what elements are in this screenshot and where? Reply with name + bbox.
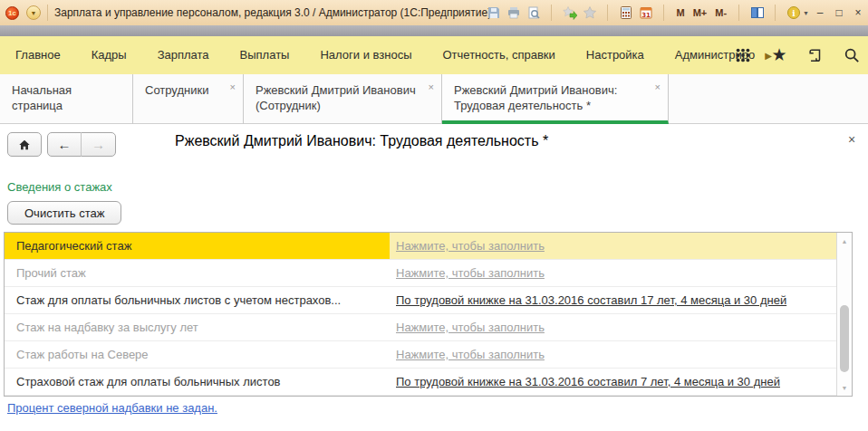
home-icon bbox=[18, 139, 31, 151]
close-tab-icon[interactable]: × bbox=[230, 80, 236, 95]
tab-label: Сотрудники bbox=[145, 83, 208, 97]
close-tab-icon[interactable]: × bbox=[655, 80, 661, 95]
add-favorite-icon[interactable] bbox=[561, 5, 578, 22]
history-nav-group: ← → bbox=[47, 132, 116, 157]
separator bbox=[663, 5, 664, 21]
all-functions-grid-icon[interactable] bbox=[734, 46, 752, 64]
experience-info-link[interactable]: Сведения о стажах bbox=[7, 180, 112, 194]
menu-tools: ★ bbox=[734, 36, 861, 74]
window-title: Зарплата и управление персоналом, редакц… bbox=[54, 6, 491, 19]
menu-item-payments[interactable]: Выплаты bbox=[225, 36, 305, 74]
svg-text:i: i bbox=[792, 9, 796, 18]
minimize-button[interactable]: – bbox=[812, 5, 828, 21]
vertical-scrollbar[interactable]: ▲ ▼ bbox=[836, 233, 852, 396]
fill-link[interactable]: Нажмите, чтобы заполнить bbox=[396, 321, 545, 334]
table-row[interactable]: Стаж на надбавку за выслугу лет Нажмите,… bbox=[5, 314, 836, 341]
close-form-icon[interactable]: × bbox=[848, 132, 855, 147]
menu-item-taxes[interactable]: Налоги и взносы bbox=[304, 36, 427, 74]
menu-item-personnel[interactable]: Кадры bbox=[76, 36, 142, 74]
table-row[interactable]: Страховой стаж для оплаты больничных лис… bbox=[5, 369, 836, 396]
tab-employee-card[interactable]: Ржевский Дмитрий Иванович (Сотрудник) × bbox=[244, 74, 442, 124]
tab-label: Начальная страница bbox=[12, 83, 72, 112]
calculator-icon[interactable] bbox=[617, 5, 634, 22]
calendar-icon[interactable]: 31 bbox=[637, 5, 654, 22]
split-window-icon[interactable] bbox=[748, 5, 766, 22]
experience-type-label: Страховой стаж для оплаты больничных лис… bbox=[5, 369, 390, 395]
separator bbox=[738, 5, 739, 21]
menu-item-reports[interactable]: Отчетность, справки bbox=[428, 36, 571, 74]
experience-value-link[interactable]: По трудовой книжке на 31.03.2016 состави… bbox=[396, 293, 786, 307]
chevron-down-icon[interactable]: ▼ bbox=[803, 10, 809, 16]
print-icon[interactable] bbox=[505, 5, 522, 22]
page-title: Ржевский Дмитрий Иванович: Трудовая деят… bbox=[175, 133, 548, 149]
table-row[interactable]: Стаж для оплаты больничных листов с учет… bbox=[5, 287, 836, 314]
home-button[interactable] bbox=[7, 132, 42, 157]
back-button[interactable]: ← bbox=[48, 132, 82, 157]
experience-type-label: Прочий стаж bbox=[5, 260, 390, 286]
separator bbox=[775, 5, 776, 21]
favorites-star-icon[interactable]: ★ bbox=[770, 46, 788, 64]
tab-label: Ржевский Дмитрий Иванович: Трудовая деят… bbox=[454, 83, 617, 112]
separator bbox=[607, 5, 608, 21]
close-window-button[interactable]: × bbox=[850, 5, 866, 21]
scrollbar-thumb[interactable] bbox=[840, 305, 849, 372]
experience-type-label: Педагогический стаж bbox=[5, 233, 390, 259]
tab-label: Ржевский Дмитрий Иванович (Сотрудник) bbox=[256, 83, 416, 112]
close-tab-icon[interactable]: × bbox=[429, 80, 434, 95]
open-windows-tabs: Начальная страница Сотрудники × Ржевский… bbox=[0, 74, 868, 124]
table-row[interactable]: Прочий стаж Нажмите, чтобы заполнить bbox=[5, 260, 836, 287]
table-row[interactable]: Стаж работы на Севере Нажмите, чтобы зап… bbox=[5, 341, 836, 369]
1c-logo-icon: 1с bbox=[5, 6, 19, 20]
experience-table: Педагогический стаж Нажмите, чтобы запол… bbox=[4, 232, 853, 397]
memory-plus-button[interactable]: M+ bbox=[690, 7, 710, 18]
menu-item-salary[interactable]: Зарплата bbox=[142, 36, 225, 74]
experience-type-label: Стаж работы на Севере bbox=[5, 341, 390, 368]
experience-rows: Педагогический стаж Нажмите, чтобы запол… bbox=[5, 233, 836, 396]
tab-employees[interactable]: Сотрудники × bbox=[133, 74, 244, 124]
scroll-up-icon[interactable]: ▲ bbox=[837, 235, 852, 247]
maximize-button[interactable]: □ bbox=[831, 5, 847, 21]
favorites-icon[interactable] bbox=[581, 5, 598, 22]
scroll-down-icon[interactable]: ▼ bbox=[837, 381, 852, 394]
separator bbox=[551, 5, 552, 21]
title-bar: 1с ▼ Зарплата и управление персоналом, р… bbox=[0, 0, 868, 25]
forward-button[interactable]: → bbox=[82, 132, 115, 157]
sections-menu: Главное Кадры Зарплата Выплаты Налоги и … bbox=[0, 36, 868, 74]
northern-allowance-link[interactable]: Процент северной надбавки не задан. bbox=[7, 401, 217, 415]
tab-labor-activity[interactable]: Ржевский Дмитрий Иванович: Трудовая деят… bbox=[442, 74, 669, 124]
titlebar-toolbar: 31 M M+ M- i ▼ – □ × bbox=[485, 0, 866, 25]
fill-link[interactable]: Нажмите, чтобы заполнить bbox=[396, 239, 545, 253]
experience-value-link[interactable]: По трудовой книжке на 31.03.2016 состави… bbox=[396, 375, 780, 388]
experience-type-label: Стаж на надбавку за выслугу лет bbox=[5, 314, 390, 340]
svg-text:31: 31 bbox=[641, 12, 651, 19]
print-preview-icon[interactable] bbox=[525, 5, 542, 22]
app-window: 1с ▼ Зарплата и управление персоналом, р… bbox=[0, 0, 868, 431]
info-icon[interactable]: i bbox=[785, 5, 802, 22]
menu-item-main[interactable]: Главное bbox=[0, 36, 76, 74]
tab-home-page[interactable]: Начальная страница bbox=[0, 74, 133, 124]
menu-item-settings[interactable]: Настройка bbox=[571, 36, 660, 74]
fill-link[interactable]: Нажмите, чтобы заполнить bbox=[396, 348, 545, 361]
history-icon[interactable] bbox=[806, 46, 825, 64]
toolbar-strip bbox=[0, 25, 868, 36]
main-menu-dropdown-button[interactable]: ▼ bbox=[26, 5, 41, 20]
separator bbox=[47, 5, 48, 21]
search-icon[interactable] bbox=[843, 46, 861, 64]
fill-link[interactable]: Нажмите, чтобы заполнить bbox=[396, 266, 545, 280]
labor-activity-form: ← → Ржевский Дмитрий Иванович: Трудовая … bbox=[0, 124, 868, 431]
save-icon[interactable] bbox=[485, 5, 502, 22]
clear-experience-button[interactable]: Очистить стаж bbox=[7, 201, 121, 225]
experience-type-label: Стаж для оплаты больничных листов с учет… bbox=[5, 287, 390, 313]
memory-minus-button[interactable]: M- bbox=[712, 7, 729, 18]
table-row[interactable]: Педагогический стаж Нажмите, чтобы запол… bbox=[5, 233, 836, 260]
memory-button[interactable]: M bbox=[673, 7, 687, 18]
